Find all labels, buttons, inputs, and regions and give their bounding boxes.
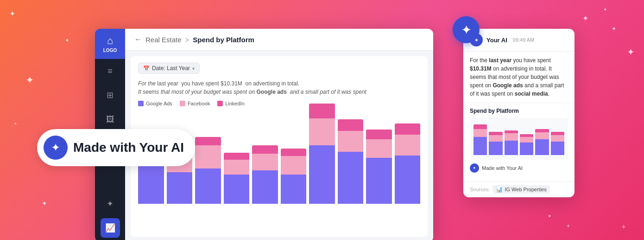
mini-facebook-segment bbox=[535, 132, 549, 139]
ai-sources: Sources: 📊 IG Web Properties bbox=[463, 181, 575, 197]
bar-group-3 bbox=[224, 153, 250, 204]
facebook-segment bbox=[195, 145, 221, 169]
mini-google-segment bbox=[520, 143, 533, 155]
grid-icon: ⊞ bbox=[107, 90, 114, 100]
sparkle-3: ✦ bbox=[65, 37, 69, 44]
ai-badge: ✦ Made with Your AI bbox=[37, 129, 195, 166]
chevron-down-icon: ▾ bbox=[192, 66, 195, 71]
bar-group-8 bbox=[366, 130, 392, 204]
linkedin-segment bbox=[338, 119, 364, 131]
breadcrumb-current: Spend by Platform bbox=[193, 36, 254, 44]
facebook-segment bbox=[281, 156, 307, 175]
sparkle-5: ✦ bbox=[603, 7, 607, 12]
sparkle-9: + bbox=[622, 223, 625, 230]
mini-google-segment bbox=[505, 141, 518, 155]
google-segment bbox=[167, 172, 193, 204]
mini-linkedin-segment bbox=[489, 132, 502, 136]
sidebar-item-document[interactable]: ≡ bbox=[101, 61, 120, 81]
sparkle-8: ✦ bbox=[627, 46, 635, 58]
sparkles-icon: ✦ bbox=[461, 22, 472, 38]
linkedin-segment bbox=[195, 137, 221, 145]
sources-bar-icon: 📊 bbox=[496, 186, 503, 193]
ai-badge-icon: ✦ bbox=[44, 136, 68, 160]
ai-timestamp: 09:49 AM bbox=[513, 37, 534, 43]
google-label: Google Ads bbox=[146, 101, 172, 106]
chart-desc-line1: For the last year you have spent $10.31M… bbox=[138, 79, 420, 88]
calendar-icon: 📅 bbox=[143, 65, 150, 71]
mini-facebook-segment bbox=[474, 129, 487, 137]
ai-chat-header: ✦ Your AI 09:49 AM bbox=[463, 29, 575, 52]
ai-name: Your AI bbox=[486, 37, 507, 44]
linkedin-segment bbox=[252, 145, 278, 154]
bar-group-4 bbox=[252, 145, 278, 204]
mini-facebook-segment bbox=[551, 135, 564, 142]
linkedin-color-dot bbox=[217, 101, 223, 106]
filter-bar: 📅 Date: Last Year ▾ bbox=[138, 63, 420, 74]
mini-bar-group-1 bbox=[489, 123, 502, 155]
back-button[interactable]: ← bbox=[134, 35, 142, 44]
bar-group-6 bbox=[309, 104, 335, 204]
facebook-segment bbox=[395, 135, 421, 156]
linkedin-segment bbox=[224, 153, 250, 159]
google-segment bbox=[338, 152, 364, 204]
sources-badge: 📊 IG Web Properties bbox=[492, 185, 549, 194]
mini-linkedin-segment bbox=[474, 124, 487, 129]
facebook-segment bbox=[224, 160, 250, 175]
sparkle-6: ✦ bbox=[582, 14, 588, 23]
google-color-dot bbox=[138, 101, 144, 106]
ai-chat-panel: ✦ Your AI 09:49 AM For the last year you… bbox=[463, 29, 575, 197]
chart-desc-line2: It seems that most of your budget was sp… bbox=[138, 88, 420, 96]
sparkle-4: ✦ bbox=[42, 200, 47, 207]
filter-label: Date: Last Year bbox=[152, 65, 190, 71]
bar-group-2 bbox=[195, 137, 221, 204]
mini-facebook-segment bbox=[489, 135, 502, 142]
chart-legend: Google Ads Facebook LinkedIn bbox=[138, 101, 420, 106]
google-segment bbox=[195, 169, 221, 204]
facebook-segment bbox=[366, 139, 392, 158]
mini-google-segment bbox=[489, 142, 502, 155]
sidebar-item-image[interactable]: 🖼 bbox=[101, 110, 120, 129]
facebook-segment bbox=[309, 118, 335, 145]
mini-linkedin-segment bbox=[551, 132, 564, 135]
sparkle-7: ✦ bbox=[612, 26, 616, 32]
bar-group-9 bbox=[395, 123, 421, 204]
date-filter[interactable]: 📅 Date: Last Year ▾ bbox=[138, 63, 200, 74]
mini-linkedin-segment bbox=[505, 130, 518, 134]
sidebar-item-chart[interactable]: 📈 bbox=[101, 218, 120, 238]
linkedin-segment bbox=[309, 104, 335, 118]
legend-linkedin: LinkedIn bbox=[217, 101, 245, 106]
linkedin-segment bbox=[366, 130, 392, 140]
sources-value: IG Web Properties bbox=[505, 187, 546, 192]
ai-mini-chart-container: Spend by Platform ✦ Made with Your AI bbox=[463, 103, 575, 181]
ai-bubble-icon[interactable]: ✦ bbox=[453, 16, 480, 43]
linkedin-segment bbox=[281, 149, 307, 156]
linkedin-label: LinkedIn bbox=[225, 101, 245, 106]
breadcrumb-parent: Real Estate bbox=[145, 36, 182, 44]
sparkle-2: ✦ bbox=[25, 74, 34, 86]
ai-message: For the last year you have spent $10.31M… bbox=[463, 52, 575, 103]
mini-chart-title: Spend by Platform bbox=[470, 108, 568, 114]
mini-linkedin-segment bbox=[535, 129, 549, 133]
bar-group-7 bbox=[338, 119, 364, 204]
sparkle-10: + bbox=[14, 121, 17, 126]
facebook-segment bbox=[252, 154, 278, 170]
mini-google-segment bbox=[474, 137, 487, 155]
ai-made-with-row: ✦ Made with Your AI bbox=[470, 163, 568, 176]
image-icon: 🖼 bbox=[106, 115, 114, 124]
made-with-icon: ✦ bbox=[470, 163, 479, 173]
mini-google-segment bbox=[551, 142, 564, 155]
sidebar-item-grid[interactable]: ⊞ bbox=[101, 85, 120, 105]
mini-bar-group-3 bbox=[520, 123, 533, 155]
linkedin-segment bbox=[395, 123, 421, 134]
mini-bar-group-0 bbox=[474, 123, 487, 155]
sources-label: Sources: bbox=[470, 187, 490, 192]
google-segment bbox=[309, 145, 335, 204]
mini-bar-group-2 bbox=[505, 123, 518, 155]
sidebar-item-star[interactable]: ✦ bbox=[101, 194, 120, 214]
facebook-color-dot bbox=[180, 101, 185, 106]
mini-bar-group-4 bbox=[535, 123, 549, 155]
home-icon: ⌂ bbox=[107, 35, 113, 47]
legend-facebook: Facebook bbox=[180, 101, 210, 106]
ai-badge-text: Made with Your AI bbox=[73, 140, 184, 155]
bar-group-5 bbox=[281, 149, 307, 204]
